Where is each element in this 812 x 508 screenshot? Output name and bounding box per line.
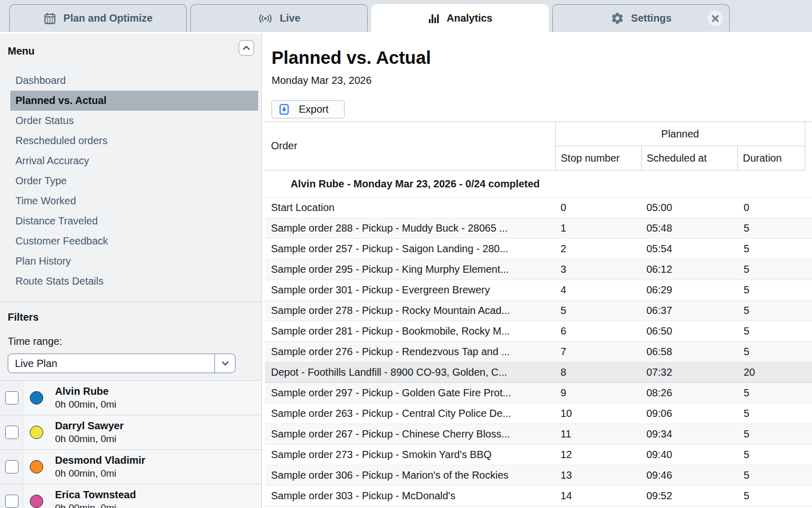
scheduled-at-cell: 09:40 [641, 445, 737, 465]
scheduled-at-cell: 08:26 [641, 383, 737, 404]
sidebar-item-dashboard[interactable]: Dashboard [10, 71, 258, 91]
stop-number-cell: 10 [555, 404, 641, 424]
sidebar-item-arrival-accuracy[interactable]: Arrival Accuracy [10, 151, 258, 171]
tab-analytics[interactable]: Analytics [371, 4, 549, 32]
order-row: Sample order 273 - Pickup - Smokin Yard'… [265, 445, 812, 465]
driver-color-dot-icon [30, 460, 43, 474]
order-row: Sample order 276 - Pickup - Rendezvous T… [265, 342, 812, 362]
scheduled-at-cell: 06:50 [641, 321, 737, 342]
driver-stats: 0h 00min, 0mi [55, 433, 123, 445]
duration-cell: 5 [737, 280, 805, 301]
menu-title: Menu [8, 45, 34, 57]
sidebar-item-route-stats-details[interactable]: Route Stats Details [10, 271, 258, 291]
extra-cell [805, 486, 812, 506]
extra-cell [805, 321, 812, 342]
sidebar-item-customer-feedback[interactable]: Customer Feedback [10, 231, 258, 251]
time-range-select[interactable]: Live Plan [8, 354, 236, 373]
duration-cell: 5 [737, 301, 805, 321]
sidebar-item-order-type[interactable]: Order Type [10, 171, 258, 191]
stop-number-cell: 9 [555, 383, 641, 404]
extra-cell [805, 362, 812, 383]
order-cell: Depot - Foothills Landfill - 8900 CO-93,… [265, 362, 555, 383]
order-cell: Sample order 278 - Pickup - Rocky Mounta… [265, 301, 555, 321]
duration-cell: 5 [737, 404, 805, 424]
stop-number-cell: 3 [555, 259, 641, 280]
bar-chart-icon [428, 12, 440, 25]
close-tab-button[interactable] [708, 11, 723, 26]
duration-cell: 5 [737, 321, 805, 342]
close-icon [711, 14, 719, 23]
scheduled-at-cell: 09:34 [641, 424, 737, 445]
route-group-title: Alvin Rube - Monday Mar 23, 2026 - 0/24 … [265, 170, 812, 198]
order-row: Sample order 288 - Pickup - Muddy Buck -… [265, 218, 812, 239]
driver-checkbox[interactable] [5, 460, 19, 474]
driver-checkbox[interactable] [5, 391, 19, 405]
chevron-down-icon [221, 359, 230, 367]
driver-checkbox[interactable] [5, 495, 19, 508]
sidebar-item-plan-history[interactable]: Plan History [10, 251, 258, 271]
extra-cell [805, 383, 812, 404]
tab-settings[interactable]: Settings [552, 4, 730, 32]
sidebar-item-rescheduled-orders[interactable]: Rescheduled orders [10, 131, 258, 151]
checkbox-cell [0, 484, 23, 508]
sidebar-menu-list: DashboardPlanned vs. ActualOrder StatusR… [0, 71, 261, 291]
order-row: Sample order 297 - Pickup - Golden Gate … [265, 383, 812, 404]
main-content: Planned vs. Actual Monday Mar 23, 2026 E… [262, 32, 812, 508]
select-chevron[interactable] [214, 354, 235, 373]
tab-plan-and-optimize[interactable]: Plan and Optimize [9, 4, 187, 32]
scheduled-at-cell: 05:00 [641, 198, 737, 218]
driver-checkbox[interactable] [5, 426, 19, 439]
driver-row-desmond-vladimir: Desmond Vladimir0h 00min, 0mi [0, 450, 261, 484]
sidebar-item-distance-traveled[interactable]: Distance Traveled [10, 211, 258, 231]
export-button[interactable]: Export [272, 100, 345, 118]
order-cell: Sample order 297 - Pickup - Golden Gate … [265, 383, 555, 404]
table-body: Alvin Rube - Monday Mar 23, 2026 - 0/24 … [265, 170, 812, 506]
order-row: Sample order 267 - Pickup - Chinese Cher… [265, 424, 812, 445]
column-header-stop-number: Stop number [555, 146, 641, 170]
menu-header: Menu [0, 34, 261, 57]
order-cell: Sample order 276 - Pickup - Rendezvous T… [265, 342, 555, 362]
duration-cell: 5 [737, 445, 805, 465]
checkbox-cell [0, 450, 23, 484]
stop-number-cell: 11 [555, 424, 641, 445]
filters-title: Filters [8, 311, 39, 323]
stop-number-cell: 1 [555, 218, 641, 239]
tab-live[interactable]: Live [190, 4, 368, 32]
tab-label: Plan and Optimize [63, 12, 152, 24]
order-cell: Sample order 301 - Pickup - Evergreen Br… [265, 280, 555, 301]
order-cell: Start Location [265, 198, 555, 218]
scheduled-at-cell: 06:12 [641, 259, 737, 280]
extra-cell [805, 445, 812, 465]
driver-name: Darryl Sawyer [55, 420, 123, 432]
order-row: Sample order 278 - Pickup - Rocky Mounta… [265, 301, 812, 321]
order-row: Sample order 295 - Pickup - King Murphy … [265, 259, 812, 280]
order-row: Sample order 263 - Pickup - Central City… [265, 404, 812, 424]
extra-cell [805, 342, 812, 362]
extra-cell [805, 465, 812, 486]
app: { "tabs": [ { "label": "Plan and Optimiz… [0, 0, 812, 508]
depot-row: Depot - Foothills Landfill - 8900 CO-93,… [265, 362, 812, 383]
scheduled-at-cell: 09:46 [641, 465, 737, 486]
page-date: Monday Mar 23, 2026 [272, 75, 812, 86]
driver-info: Desmond Vladimir0h 00min, 0mi [23, 450, 261, 484]
order-cell: Sample order 281 - Pickup - Bookmobile, … [265, 321, 555, 342]
order-cell: Sample order 257 - Pickup - Saigon Landi… [265, 239, 555, 259]
time-range-value: Live Plan [15, 358, 57, 370]
scheduled-at-cell: 09:06 [641, 404, 737, 424]
stop-number-cell: 12 [555, 445, 641, 465]
duration-cell: 5 [737, 239, 805, 259]
sidebar-item-planned-vs-actual[interactable]: Planned vs. Actual [10, 91, 258, 111]
sidebar-item-time-worked[interactable]: Time Worked [10, 191, 258, 211]
sidebar-item-order-status[interactable]: Order Status [10, 111, 258, 131]
checkbox-cell [0, 415, 23, 449]
extra-cell [805, 424, 812, 445]
checkbox-cell [0, 381, 23, 415]
extra-cell [805, 259, 812, 280]
order-row: Sample order 306 - Pickup - Marion's of … [265, 465, 812, 486]
duration-cell: 5 [737, 465, 805, 486]
scheduled-at-cell: 05:54 [641, 239, 737, 259]
order-cell: Sample order 288 - Pickup - Muddy Buck -… [265, 218, 555, 239]
driver-color-dot-icon [30, 391, 43, 405]
order-cell: Sample order 295 - Pickup - King Murphy … [265, 259, 555, 280]
collapse-menu-button[interactable] [239, 40, 254, 56]
